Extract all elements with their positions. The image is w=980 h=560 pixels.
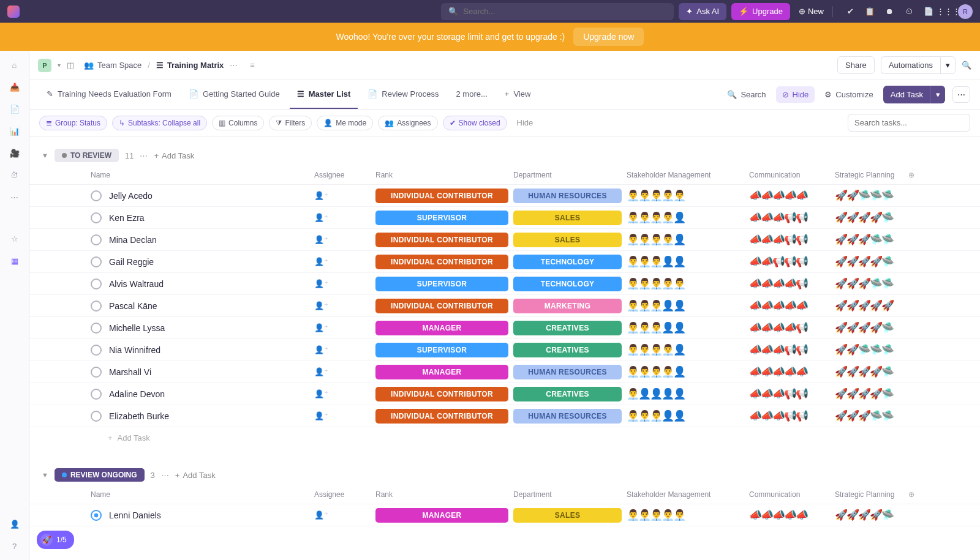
group-more-icon[interactable]: ⋯ xyxy=(161,471,169,480)
table-row[interactable]: Mina Declan 👤⁺ INDIVIDUAL CONTRIBUTOR SA… xyxy=(29,229,980,251)
department-tag[interactable]: TECHNOLOGY xyxy=(513,255,622,269)
table-row[interactable]: Gail Reggie 👤⁺ INDIVIDUAL CONTRIBUTOR TE… xyxy=(29,251,980,273)
department-tag[interactable]: CREATIVES xyxy=(513,343,622,357)
group-add-task[interactable]: + Add Task xyxy=(175,471,216,480)
stakeholder-rating[interactable]: 👨‍💼👨‍💼👨‍💼👨‍💼👤 xyxy=(627,211,749,224)
favorites-icon[interactable]: ☆ xyxy=(9,233,20,244)
help-icon[interactable]: ? xyxy=(9,540,20,551)
col-name[interactable]: Name xyxy=(91,171,314,179)
col-rank[interactable]: Rank xyxy=(375,490,513,499)
communication-rating[interactable]: 📣📣📣📣📢 xyxy=(749,321,835,334)
table-row[interactable]: Pascal Kāne 👤⁺ INDIVIDUAL CONTRIBUTOR MA… xyxy=(29,295,980,317)
strategic-rating[interactable]: 🚀🚀🚀🛸🛸 xyxy=(835,233,921,246)
strategic-rating[interactable]: 🚀🚀🚀🛸🛸 xyxy=(835,277,921,290)
department-tag[interactable]: SALES xyxy=(513,211,622,225)
department-tag[interactable]: HUMAN RESOURCES xyxy=(513,365,622,379)
tab-more[interactable]: 2 more... xyxy=(449,80,495,109)
apps-icon[interactable]: ⋮⋮⋮ xyxy=(943,7,953,17)
task-status-icon[interactable] xyxy=(91,256,102,267)
rank-tag[interactable]: INDIVIDUAL CONTRIBUTOR xyxy=(375,255,508,269)
view-more-button[interactable]: ⋯ xyxy=(952,86,970,103)
task-status-icon[interactable] xyxy=(91,510,102,521)
search-input[interactable] xyxy=(463,7,666,16)
app-logo[interactable] xyxy=(7,6,20,18)
stakeholder-rating[interactable]: 👨‍💼👨‍💼👨‍💼👨‍💼👨‍💼 xyxy=(627,509,749,521)
task-name[interactable]: Marshall Vi xyxy=(109,367,314,377)
task-search[interactable] xyxy=(848,114,970,132)
stakeholder-rating[interactable]: 👨‍💼👤👤👤👤 xyxy=(627,387,749,400)
department-tag[interactable]: HUMAN RESOURCES xyxy=(513,189,622,203)
breadcrumb-space[interactable]: 👥 Team Space xyxy=(84,61,141,70)
new-button[interactable]: ⊕ New xyxy=(799,7,824,16)
add-task-dropdown[interactable]: ▾ xyxy=(930,86,945,103)
task-status-icon[interactable] xyxy=(91,301,102,312)
rank-tag[interactable]: MANAGER xyxy=(375,365,508,379)
user-avatar[interactable]: R xyxy=(958,4,973,19)
strategic-rating[interactable]: 🚀🚀🚀🚀🛸 xyxy=(835,211,921,224)
task-status-icon[interactable] xyxy=(91,389,102,400)
communication-rating[interactable]: 📣📣📣📣📣 xyxy=(749,365,835,378)
columns-chip[interactable]: ▥Columns xyxy=(212,116,264,130)
rank-tag[interactable]: INDIVIDUAL CONTRIBUTOR xyxy=(375,299,508,313)
communication-rating[interactable]: 📣📣📣📢📢 xyxy=(749,343,835,356)
task-status-icon[interactable] xyxy=(91,323,102,334)
table-row[interactable]: Lenni Daniels 👤⁺ MANAGER SALES 👨‍💼👨‍💼👨‍💼… xyxy=(29,504,980,526)
task-name[interactable]: Ken Ezra xyxy=(109,213,314,223)
task-status-icon[interactable] xyxy=(91,411,102,422)
tab-review-process[interactable]: 📄Review Process xyxy=(360,80,446,109)
task-search-input[interactable] xyxy=(854,118,963,127)
rank-tag[interactable]: INDIVIDUAL CONTRIBUTOR xyxy=(375,387,508,401)
strategic-rating[interactable]: 🚀🚀🛸🛸🛸 xyxy=(835,343,921,356)
task-status-icon[interactable] xyxy=(91,212,102,223)
more-icon[interactable]: ⋯ xyxy=(9,192,20,203)
strategic-rating[interactable]: 🚀🚀🚀🛸🛸 xyxy=(835,409,921,422)
rank-tag[interactable]: SUPERVISOR xyxy=(375,277,508,291)
assignee-placeholder[interactable]: 👤⁺ xyxy=(314,389,375,398)
col-department[interactable]: Department xyxy=(513,171,627,179)
task-status-icon[interactable] xyxy=(91,190,102,201)
automations-button[interactable]: Automations xyxy=(881,56,940,74)
assignee-placeholder[interactable]: 👤⁺ xyxy=(314,235,375,244)
ask-ai-button[interactable]: ✦ Ask AI xyxy=(679,3,726,20)
col-rank[interactable]: Rank xyxy=(375,171,513,179)
task-status-icon[interactable] xyxy=(91,345,102,356)
table-row[interactable]: Alvis Waltraud 👤⁺ SUPERVISOR TECHNOLOGY … xyxy=(29,273,980,295)
assignee-placeholder[interactable]: 👤⁺ xyxy=(314,213,375,222)
task-name[interactable]: Lenni Daniels xyxy=(109,510,314,520)
page-more-icon[interactable]: ⋯ xyxy=(230,61,238,70)
strategic-rating[interactable]: 🚀🚀🚀🚀🚀 xyxy=(835,299,921,312)
stakeholder-rating[interactable]: 👨‍💼👨‍💼👨‍💼👤👤 xyxy=(627,321,749,334)
task-name[interactable]: Pascal Kāne xyxy=(109,301,314,311)
communication-rating[interactable]: 📣📣📣📣📢 xyxy=(749,277,835,290)
add-task-row[interactable]: +Add Task xyxy=(29,427,980,449)
spaces-icon[interactable]: ▦ xyxy=(9,255,20,266)
col-stakeholder[interactable]: Stakeholder Management xyxy=(627,490,749,499)
department-tag[interactable]: MARKETING xyxy=(513,299,622,313)
notepad-icon[interactable]: 📄 xyxy=(924,7,933,17)
strategic-rating[interactable]: 🚀🚀🚀🚀🛸 xyxy=(835,387,921,400)
share-button[interactable]: Share xyxy=(837,56,875,74)
communication-rating[interactable]: 📣📣📣📢📢 xyxy=(749,211,835,224)
task-status-icon[interactable] xyxy=(91,367,102,378)
table-row[interactable]: Michelle Lyssa 👤⁺ MANAGER CREATIVES 👨‍💼👨… xyxy=(29,317,980,339)
task-name[interactable]: Gail Reggie xyxy=(109,257,314,267)
col-strategic[interactable]: Strategic Planning xyxy=(835,171,908,179)
communication-rating[interactable]: 📣📣📣📣📣 xyxy=(749,509,835,521)
add-task-button[interactable]: Add Task xyxy=(883,86,930,103)
group-more-icon[interactable]: ⋯ xyxy=(140,151,148,160)
tab-training-form[interactable]: ✎Training Needs Evaluation Form xyxy=(39,80,179,109)
communication-rating[interactable]: 📣📣📣📢📢 xyxy=(749,233,835,246)
sidebar-toggle-icon[interactable]: ◫ xyxy=(67,61,78,70)
communication-rating[interactable]: 📣📣📢📢📢 xyxy=(749,255,835,268)
stakeholder-rating[interactable]: 👨‍💼👨‍💼👨‍💼👤👤 xyxy=(627,255,749,268)
strategic-rating[interactable]: 🚀🚀🚀🚀🛸 xyxy=(835,321,921,334)
video-icon[interactable]: ⏺ xyxy=(884,7,894,17)
department-tag[interactable]: SALES xyxy=(513,508,622,523)
hide-button[interactable]: ⊘Hide xyxy=(776,86,815,103)
assignee-placeholder[interactable]: 👤⁺ xyxy=(314,345,375,354)
add-column-icon[interactable]: ⊕ xyxy=(908,171,914,179)
table-row[interactable]: Nia Winnifred 👤⁺ SUPERVISOR CREATIVES 👨‍… xyxy=(29,339,980,361)
task-name[interactable]: Alvis Waltraud xyxy=(109,279,314,289)
clock-icon[interactable]: ⏲ xyxy=(904,7,914,17)
home-icon[interactable]: ⌂ xyxy=(9,59,20,70)
